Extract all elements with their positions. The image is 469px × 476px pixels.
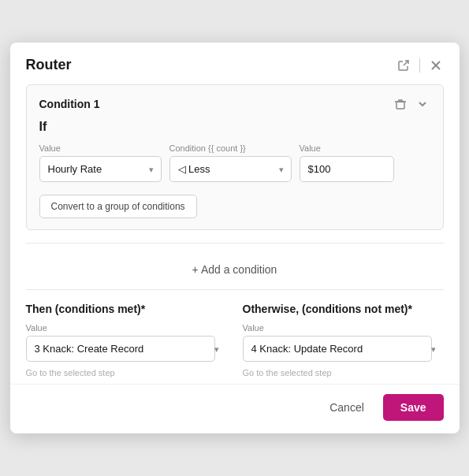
condition-header: Condition 1	[39, 96, 430, 112]
value-label-1: Value	[39, 143, 162, 153]
modal-overlay: Router	[0, 0, 469, 476]
delete-condition-button[interactable]	[393, 96, 408, 112]
close-button[interactable]	[428, 58, 444, 73]
save-label: Save	[400, 401, 426, 414]
condition-select-wrapper: ◁ Less ▷ Greater = Equal	[169, 156, 292, 182]
add-condition-area: + Add a condition	[26, 243, 444, 289]
convert-btn-label: Convert to a group of conditions	[51, 201, 185, 212]
otherwise-select-wrapper: 3 Knack: Create Record 4 Knack: Update R…	[243, 336, 444, 362]
condition-label: Condition {{ count }}	[169, 143, 292, 153]
then-title: Then (conditions met)*	[26, 303, 227, 315]
otherwise-go-to-label: Go to the selected step	[243, 368, 444, 377]
condition-row: Value Hourly Rate Daily Rate Monthly Rat…	[39, 143, 430, 182]
then-select[interactable]: 3 Knack: Create Record 4 Knack: Update R…	[26, 336, 215, 362]
otherwise-field-group: Value 3 Knack: Create Record 4 Knack: Up…	[243, 323, 444, 377]
trash-icon	[394, 98, 407, 110]
external-link-button[interactable]	[396, 58, 411, 73]
cancel-button[interactable]: Cancel	[318, 395, 375, 420]
then-otherwise-section: Then (conditions met)* Value 3 Knack: Cr…	[26, 289, 444, 384]
condition-block: Condition 1	[26, 84, 444, 230]
condition-field-group: Condition {{ count }} ◁ Less ▷ Greater =…	[169, 143, 292, 182]
then-value-label: Value	[26, 323, 227, 333]
value-label-2: Value	[300, 143, 394, 153]
value-select-wrapper: Hourly Rate Daily Rate Monthly Rate	[39, 156, 162, 182]
add-condition-button[interactable]: + Add a condition	[192, 263, 277, 276]
chevron-down-icon	[416, 98, 429, 110]
then-block: Then (conditions met)* Value 3 Knack: Cr…	[26, 303, 227, 377]
header-divider	[419, 58, 420, 73]
then-select-wrapper: 3 Knack: Create Record 4 Knack: Update R…	[26, 336, 227, 362]
modal-header: Router	[10, 43, 460, 84]
condition-title: Condition 1	[39, 98, 100, 110]
add-condition-label: + Add a condition	[192, 263, 277, 276]
save-button[interactable]: Save	[383, 394, 444, 421]
value-input[interactable]	[300, 156, 394, 182]
close-icon	[430, 59, 442, 72]
collapse-condition-button[interactable]	[415, 96, 430, 112]
modal-footer: Cancel Save	[10, 384, 460, 433]
modal-title: Router	[26, 57, 72, 73]
external-link-icon	[397, 59, 410, 72]
convert-to-group-button[interactable]: Convert to a group of conditions	[39, 195, 197, 218]
condition-select[interactable]: ◁ Less ▷ Greater = Equal	[169, 156, 292, 182]
then-go-to-label: Go to the selected step	[26, 368, 227, 377]
condition-actions	[393, 96, 430, 112]
value-select[interactable]: Hourly Rate Daily Rate Monthly Rate	[39, 156, 162, 182]
value-field-group-1: Value Hourly Rate Daily Rate Monthly Rat…	[39, 143, 162, 182]
router-modal: Router	[10, 43, 460, 433]
svg-rect-3	[396, 102, 404, 109]
cancel-label: Cancel	[329, 401, 364, 414]
modal-header-actions	[396, 58, 444, 73]
otherwise-block: Otherwise, (conditions not met)* Value 3…	[243, 303, 444, 377]
otherwise-value-label: Value	[243, 323, 444, 333]
then-field-group: Value 3 Knack: Create Record 4 Knack: Up…	[26, 323, 227, 377]
svg-line-0	[404, 61, 408, 65]
otherwise-select[interactable]: 3 Knack: Create Record 4 Knack: Update R…	[243, 336, 432, 362]
otherwise-title: Otherwise, (conditions not met)*	[243, 303, 444, 315]
modal-body: Condition 1	[10, 84, 460, 384]
if-label: If	[39, 120, 430, 134]
value-field-group-2: Value	[300, 143, 394, 182]
